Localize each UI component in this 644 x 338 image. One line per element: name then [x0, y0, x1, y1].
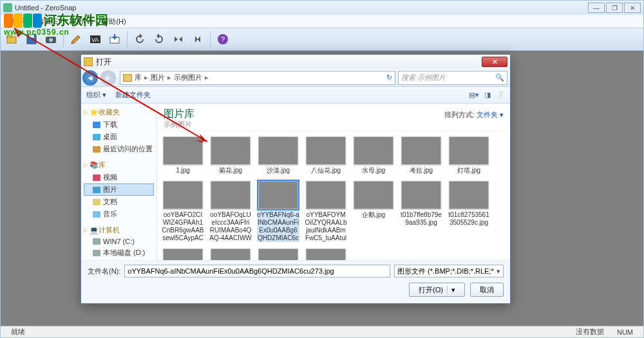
- filename-label: 文件名(N):: [88, 267, 120, 276]
- file-item[interactable]: [256, 249, 300, 260]
- dialog-icon: [84, 57, 93, 66]
- crumb-3[interactable]: 示例图片: [174, 73, 202, 82]
- search-icon: 🔍: [495, 73, 504, 82]
- maximize-button[interactable]: ❐: [606, 3, 623, 13]
- preview-pane-icon[interactable]: ◨: [484, 91, 491, 99]
- filename-input[interactable]: [124, 265, 390, 277]
- file-item[interactable]: t01c827535613505529c.jpg: [447, 181, 491, 242]
- dialog-footer: 文件名(N): 图形文件 (*.BMP;*.DIB;*.RLE;* 打开(O) …: [81, 260, 510, 303]
- file-item[interactable]: 沙漠.jpg: [256, 136, 300, 174]
- cancel-button[interactable]: 取消: [470, 283, 504, 297]
- statusbar: 就绪 没有数据 NUM: [1, 326, 643, 337]
- sidebar-favorites-header[interactable]: ⭐ 收藏夹: [84, 108, 154, 117]
- file-item[interactable]: ooYBAFO2CIWIZ4GPAAh1CnBR6gwAABsewl5CAypA…: [161, 181, 205, 242]
- file-item[interactable]: 企鹅.jpg: [352, 181, 395, 242]
- library-subtitle: 示例图片: [164, 120, 194, 129]
- view-options-icon[interactable]: ▤▾: [469, 91, 479, 99]
- sidebar-libraries-header[interactable]: 📚 库: [84, 160, 154, 170]
- search-input[interactable]: 搜索 示例图片 🔍: [398, 71, 507, 85]
- dialog-title: 打开: [96, 57, 111, 68]
- sidebar-item-recent[interactable]: 最近访问的位置: [84, 143, 154, 155]
- tool-rotate-left-icon[interactable]: [131, 30, 149, 48]
- dialog-sidebar: ⭐ 收藏夹 下载 桌面 最近访问的位置 📚 库 视频 图片 文档 音乐 💻 计算…: [81, 104, 157, 260]
- breadcrumb[interactable]: 库▸ 图片▸ 示例图片▸ ↻: [120, 71, 395, 85]
- sidebar-item-desktop[interactable]: 桌面: [84, 131, 154, 143]
- minimize-button[interactable]: —: [588, 3, 605, 13]
- open-dialog: 打开 ✕ ◄ ► 库▸ 图片▸ 示例图片▸ ↻ 搜索 示例图片 🔍 组织 ▾ 新…: [80, 54, 511, 304]
- svg-point-5: [49, 38, 53, 42]
- arrange-label: 排列方式:: [444, 111, 475, 118]
- refresh-icon[interactable]: ↻: [386, 73, 392, 82]
- tool-help-icon[interactable]: ?: [214, 30, 232, 48]
- tool-flip-v-icon[interactable]: [189, 30, 207, 48]
- tool-flip-h-icon[interactable]: [169, 30, 187, 48]
- file-item[interactable]: 1.jpg: [161, 136, 205, 174]
- file-item[interactable]: [209, 249, 252, 260]
- close-button[interactable]: ✕: [624, 3, 641, 13]
- file-item[interactable]: oYYBAFOYMOiIZYQRAALbjaulNdkAABmFwC5_tuAA…: [304, 181, 348, 242]
- nav-back-button[interactable]: ◄: [82, 70, 98, 86]
- dialog-close-button[interactable]: ✕: [482, 57, 507, 67]
- watermark-url: www.pc0359.cn: [4, 28, 108, 37]
- help-icon[interactable]: ❔: [496, 91, 505, 99]
- sidebar-item-documents[interactable]: 文档: [84, 196, 154, 208]
- crumb-2[interactable]: 图片: [151, 73, 165, 82]
- tool-rotate-right-icon[interactable]: [150, 30, 168, 48]
- dialog-titlebar: 打开 ✕: [81, 55, 510, 69]
- file-item-selected[interactable]: oYYBAFNq6-aINbCMAAunFiEx0u0AABg6QHDZMIAC…: [256, 181, 300, 242]
- newfolder-button[interactable]: 新建文件夹: [115, 90, 151, 100]
- watermark-text: 河东软件园: [44, 12, 108, 29]
- sidebar-item-d[interactable]: 本地磁盘 (D:): [84, 247, 154, 259]
- library-header: 图片库 示例图片 排列方式: 文件夹 ▾: [157, 104, 510, 131]
- sidebar-item-pictures[interactable]: 图片: [84, 183, 154, 196]
- tool-export-icon[interactable]: [106, 30, 124, 48]
- window-title: Untitled - ZeroSnap: [15, 4, 76, 12]
- status-nodata: 没有数据: [569, 327, 611, 337]
- library-title: 图片库: [164, 108, 194, 121]
- dialog-main: 图片库 示例图片 排列方式: 文件夹 ▾ 1.jpg 菊花.jpg 沙漠.jpg…: [157, 104, 510, 260]
- open-button[interactable]: 打开(O): [409, 283, 465, 297]
- app-icon: [3, 3, 12, 12]
- file-item[interactable]: 灯塔.jpg: [447, 136, 491, 174]
- watermark: 河东软件园 www.pc0359.cn: [4, 12, 108, 37]
- file-item[interactable]: 水母.jpg: [352, 136, 395, 174]
- sidebar-item-videos[interactable]: 视频: [84, 171, 154, 183]
- folder-icon: [123, 74, 132, 82]
- organize-menu[interactable]: 组织 ▾: [86, 90, 106, 100]
- dialog-toolbar: 组织 ▾ 新建文件夹 ▤▾ ◨ ❔: [81, 87, 510, 104]
- sidebar-computer-header[interactable]: 💻 计算机: [84, 225, 154, 235]
- watermark-logo-icon: [4, 14, 43, 28]
- svg-text:VA: VA: [91, 37, 99, 43]
- file-grid: 1.jpg 菊花.jpg 沙漠.jpg 八仙花.jpg 水母.jpg 考拉.jp…: [157, 131, 510, 260]
- file-item[interactable]: [304, 249, 348, 260]
- filetype-filter[interactable]: 图形文件 (*.BMP;*.DIB;*.RLE;*: [394, 265, 504, 277]
- dialog-navbar: ◄ ► 库▸ 图片▸ 示例图片▸ ↻ 搜索 示例图片 🔍: [81, 69, 510, 87]
- arrange-dropdown[interactable]: 文件夹 ▾: [477, 111, 504, 118]
- status-ready: 就绪: [5, 327, 32, 337]
- sidebar-item-c[interactable]: WIN7 (C:): [84, 236, 154, 247]
- file-item[interactable]: ooYBAFOqLUeIccc3AAiFfriRUIMAABo4QAQ-4AAC…: [209, 181, 252, 242]
- search-placeholder: 搜索 示例图片: [401, 73, 446, 82]
- file-item[interactable]: [161, 249, 205, 260]
- nav-forward-button[interactable]: ►: [100, 70, 116, 86]
- file-item[interactable]: 八仙花.jpg: [304, 136, 348, 174]
- status-num: NUM: [611, 328, 639, 336]
- file-item[interactable]: t01b7ffe8b79e9aa935.jpg: [399, 181, 443, 242]
- svg-text:?: ?: [221, 35, 225, 43]
- file-item[interactable]: 菊花.jpg: [209, 136, 252, 174]
- sidebar-item-music[interactable]: 音乐: [84, 208, 154, 220]
- sidebar-item-downloads[interactable]: 下载: [84, 118, 154, 131]
- crumb-1[interactable]: 库: [135, 73, 142, 82]
- file-item[interactable]: 考拉.jpg: [399, 136, 443, 174]
